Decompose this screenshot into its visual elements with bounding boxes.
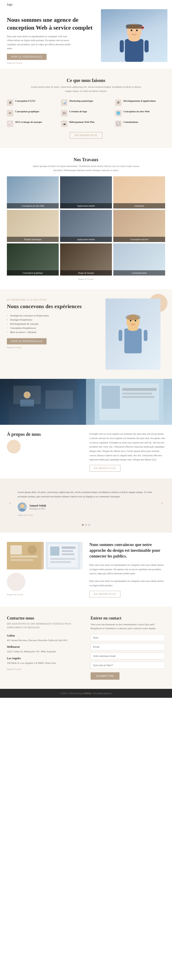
author-avatar (18, 503, 27, 512)
svg-rect-23 (20, 399, 34, 406)
about-title: À propos de nous (7, 432, 82, 437)
service-item-web: 🌐 Conception de sites Web (115, 110, 165, 116)
contact-image-credit: Image de Freepik (7, 668, 81, 670)
slider-next[interactable]: › (159, 500, 165, 506)
hero-description: Duis aute irure dolor in reprehenderit i… (7, 35, 71, 51)
services-more-button[interactable]: EN SAVOIR PLUS (70, 132, 103, 139)
service-title: Marketing numérique (69, 99, 93, 102)
svg-rect-1 (125, 39, 144, 62)
service-icon: 📊 (61, 99, 68, 106)
dot-3[interactable] (88, 524, 90, 526)
portfolio-item[interactable]: Conception de sites Web (7, 177, 59, 208)
email-field[interactable] (91, 643, 165, 650)
slider-prev[interactable]: ‹ (7, 500, 13, 506)
svg-rect-10 (141, 27, 144, 28)
svg-point-4 (136, 30, 137, 31)
submit-button[interactable]: SOUMETTRE (91, 672, 120, 680)
svg-rect-15 (144, 330, 147, 341)
message-field[interactable] (91, 662, 165, 669)
service-title: Conception graphique (15, 110, 39, 113)
dot-2[interactable] (85, 524, 87, 526)
svg-rect-44 (50, 561, 71, 563)
footer: © 2019 · Créé avec ♥ par WebSite · Tous … (0, 689, 172, 698)
navigation: logo (0, 0, 172, 9)
portfolio-item[interactable]: Conception graphique (7, 243, 59, 275)
svg-rect-28 (122, 393, 152, 395)
svg-rect-34 (10, 556, 38, 557)
portfolio-item[interactable]: Communication (113, 243, 165, 275)
ps-cta-button[interactable]: VOIR LE PORTEFEUILLE (7, 338, 47, 344)
svg-point-17 (135, 320, 136, 321)
portfolio-grid: Conception de sites WebApplication mobil… (7, 177, 165, 275)
ps-image-link[interactable]: Freepik (15, 346, 21, 348)
service-info: Conception de sites Web (123, 110, 150, 113)
portfolio-image-link[interactable]: Freepik (87, 278, 94, 280)
contact-location: Melbourne 1423 Collins St, Melbourne VIC… (7, 645, 81, 654)
conviction-title: Nous sommes convaincus que notre approch… (90, 542, 165, 559)
dot-1[interactable] (82, 524, 84, 526)
ps-list: •Stratégie de croissance et d'innovation… (7, 313, 99, 334)
contact-section: Contactez-nous DES QUESTIONS OU DES REMA… (0, 607, 172, 689)
portfolio-item[interactable]: Image de marque (60, 243, 112, 275)
nav-logo: logo (7, 3, 13, 6)
portfolio-title: Nos Travaux (7, 157, 165, 162)
portfolio-overlay: Conception réactive (113, 237, 165, 242)
portfolio-overlay: Animation (113, 203, 165, 208)
about-circle (7, 440, 21, 453)
conviction-left: Image from Freepik (7, 542, 82, 596)
testimonial-image-link[interactable]: Freepik (27, 514, 33, 516)
about-images (0, 379, 172, 425)
email2-field[interactable] (91, 652, 165, 659)
hero-image (101, 9, 167, 62)
conviction-text2: Duis aute irure dolor in reprehenderit i… (90, 579, 165, 587)
svg-point-3 (131, 30, 133, 31)
author-role: Président et PDG (30, 508, 46, 510)
ps-left: DU PROBLÈME À LA SOLUTION Nous concevons… (7, 299, 99, 348)
service-title: Développement d'applications (123, 99, 156, 102)
service-icon: 🌐 (115, 110, 122, 116)
portfolio-item[interactable]: Produit numérique (7, 210, 59, 242)
service-icon: 🏷 (61, 110, 68, 116)
svg-rect-12 (124, 329, 142, 353)
svg-point-31 (19, 508, 26, 512)
location-city: Los Angeles (7, 657, 81, 660)
service-item-seo: 📈 SEO et image de marque (7, 121, 57, 127)
service-icon: 🖥 (7, 99, 13, 106)
contact-title: Contactez-nous (7, 616, 81, 620)
svg-point-13 (128, 326, 139, 331)
svg-rect-43 (50, 558, 76, 560)
conviction-images (7, 542, 82, 570)
svg-rect-6 (145, 40, 148, 52)
service-item-logo: 🏷 Création de logo (61, 110, 111, 116)
location-city: Melbourne (7, 645, 81, 649)
name-field[interactable] (91, 634, 165, 641)
about-right: Exemplo iste est sicut sapiens eos homin… (90, 432, 165, 472)
portfolio-item[interactable]: Application mobile (60, 177, 112, 208)
service-item-marketing: 📊 Marketing numérique (61, 99, 111, 106)
footer-link[interactable]: WebSite (84, 692, 92, 695)
hero-image-link[interactable]: Freepik (16, 62, 22, 64)
portfolio-item[interactable]: Application mobile (60, 210, 112, 242)
form-field (91, 662, 165, 669)
about-cta-button[interactable]: EN SAVOIR PLUS (90, 465, 120, 472)
portfolio-item[interactable]: Conception réactive (113, 210, 165, 242)
service-info: Conception UX/UI (15, 99, 35, 102)
contact-locations: Galion 411 Jessen Parcours, Parcours Nou… (7, 634, 81, 665)
conviction-cta-button[interactable]: EN SAVOIR PLUS (90, 591, 120, 597)
about-content: À propos de nous Exemplo iste est sicut … (0, 425, 172, 479)
svg-rect-14 (118, 330, 122, 341)
service-item-graphic: ✏ Conception graphique (7, 110, 57, 116)
portfolio-overlay: Conception de sites Web (7, 203, 59, 208)
portfolio-item[interactable]: Animation (113, 177, 165, 208)
portfolio-overlay: Application mobile (60, 203, 112, 208)
service-item-consult: 💬 Consultations (115, 121, 165, 127)
testimonials-section: ‹ Lorem ipsum dolor sit amet, consectetu… (0, 479, 172, 533)
services-section: Ce que nous faisons Lorem ipsum dolor si… (0, 68, 172, 148)
svg-rect-5 (120, 40, 124, 52)
contact-image-link[interactable]: Freepik (15, 668, 21, 670)
service-title: SEO et image de marque (15, 121, 42, 123)
conviction-image-link[interactable]: Freepik (17, 593, 24, 596)
service-item-ux-ui: 🖥 Conception UX/UI (7, 99, 57, 106)
service-title: Conception UX/UI (15, 99, 35, 102)
hero-cta-button[interactable]: VOIR LE PORTEFEUILLE (7, 54, 47, 60)
